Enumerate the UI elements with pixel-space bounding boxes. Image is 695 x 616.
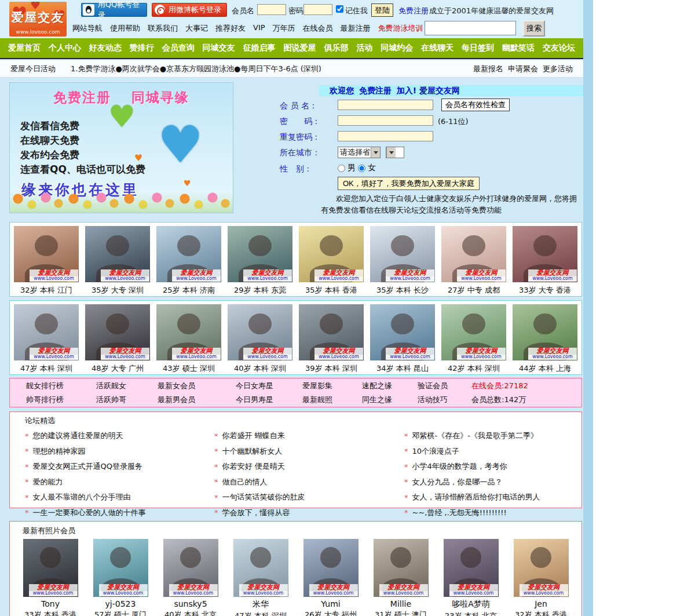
mainnav-daily-checkin[interactable]: 每日签到	[462, 43, 494, 53]
forum-link[interactable]: *一句话笑话笑破你的肚皮	[214, 490, 404, 505]
mainnav-forum[interactable]: 交友论坛	[543, 43, 575, 53]
mainnav-friend-feed[interactable]: 好友动态	[89, 43, 122, 53]
mainnav-online-chat[interactable]: 在线聊天	[421, 43, 453, 53]
forum-link[interactable]: *爱的能力	[25, 475, 214, 490]
member-card[interactable]: 爱屋交友网 www.Loveoo.com 35岁 大专 深圳	[85, 226, 150, 296]
member-card[interactable]: 爱屋交友网 www.Loveoo.com 27岁 中专 成都	[441, 226, 506, 296]
member-name[interactable]: 哆啦A梦萌	[438, 599, 503, 610]
username-input[interactable]	[257, 4, 286, 15]
member-photo[interactable]: 爱屋交友网 www.Loveoo.com	[14, 226, 79, 282]
member-photo[interactable]: 爱屋交友网 www.Loveoo.com	[228, 304, 292, 360]
beauty-ranking-link[interactable]: 靓女排行榜	[26, 381, 96, 391]
member-card[interactable]: 爱屋交友网 www.Loveoo.com sunsky5 40岁 本科 北京	[158, 539, 223, 616]
mainnav-like-ranking[interactable]: 赞排行	[130, 43, 154, 53]
member-name[interactable]: Tony	[18, 599, 83, 608]
mainnav-home[interactable]: 爱屋首页	[8, 43, 41, 53]
site-logo[interactable]: ♥ ♥ ♥ 爱屋交友 www.loveoo.com	[9, 2, 67, 37]
member-photo[interactable]: 爱屋交友网 www.Loveoo.com	[93, 539, 148, 597]
member-photo[interactable]: 爱屋交友网 www.Loveoo.com	[441, 304, 506, 360]
member-card[interactable]: 爱屋交友网 www.Loveoo.com Yumi 26岁 大专 福州	[298, 539, 363, 616]
mainnav-activities[interactable]: 活动	[356, 43, 372, 53]
member-photo[interactable]: 爱屋交友网 www.Loveoo.com	[374, 539, 429, 597]
nav-recommend[interactable]: 推荐好友	[215, 23, 246, 34]
city-select[interactable]	[386, 147, 404, 158]
member-photo[interactable]: 爱屋交友网 www.Loveoo.com	[156, 226, 221, 282]
same-birthday-link[interactable]: 同生之缘	[362, 395, 418, 405]
forum-link[interactable]: *做自己的情人	[214, 475, 404, 490]
member-name[interactable]: Millie	[368, 599, 433, 608]
member-card[interactable]: 爱屋交友网 www.Loveoo.com 39岁 本科 深圳	[299, 304, 364, 374]
promo-banner[interactable]: 免费注册 同城寻缘 ♥ ♥ ♥ ♥ 发信看信免费 在线聊天免费 发布约会免费 连…	[9, 82, 233, 213]
forum-link[interactable]: *学会放下，懂得从容	[214, 505, 404, 521]
member-photo[interactable]: 爱屋交友网 www.Loveoo.com	[444, 539, 499, 597]
nav-milestones[interactable]: 大事记	[185, 23, 208, 34]
dropdown-arrow-icon[interactable]	[371, 147, 380, 158]
register-submit-button[interactable]: OK，填好了，我要免费加入爱屋大家庭	[338, 177, 480, 190]
member-card[interactable]: 爱屋交友网 www.Loveoo.com 哆啦A梦萌 23岁 本科 北京	[438, 539, 503, 616]
quick-match-link[interactable]: 速配之缘	[362, 381, 418, 391]
forum-link[interactable]: *你若盛开 蝴蝶自来	[214, 428, 404, 444]
handsome-ranking-link[interactable]: 帅哥排行榜	[26, 395, 96, 405]
forum-link[interactable]: *你若安好 便是晴天	[214, 459, 404, 475]
newest-male-link[interactable]: 最新男会员	[158, 395, 236, 405]
member-photo[interactable]: 爱屋交友网 www.Loveoo.com	[299, 226, 364, 282]
member-card[interactable]: 爱屋交友网 www.Loveoo.com Tony 33岁 本科 香港	[18, 539, 83, 616]
mainnav-jokes[interactable]: 幽默笑话	[502, 43, 535, 53]
member-name[interactable]: yj-0523	[88, 599, 153, 608]
nav-vip[interactable]: VIP	[253, 23, 265, 34]
member-card[interactable]: 爱屋交友网 www.Loveoo.com 34岁 本科 昆山	[370, 304, 435, 374]
active-handsome-link[interactable]: 活跃帅哥	[96, 395, 158, 405]
qq-login-button[interactable]: 用QQ帐号登录	[81, 3, 147, 17]
weibo-login-button[interactable]: 用微博帐号登录	[152, 3, 227, 17]
member-card[interactable]: 爱屋交友网 www.Loveoo.com 33岁 大专 香港	[513, 226, 577, 296]
reg-password2-input[interactable]	[338, 131, 433, 141]
member-photo[interactable]: 爱屋交友网 www.Loveoo.com	[303, 539, 359, 597]
member-name[interactable]: 米华	[228, 599, 293, 610]
member-photo[interactable]: 爱屋交友网 www.Loveoo.com	[156, 304, 221, 360]
forum-link[interactable]: *小学4年级的数学题，考考你	[404, 459, 581, 475]
member-photo[interactable]: 爱屋交友网 www.Loveoo.com	[441, 226, 506, 282]
forum-link[interactable]: *女人，请珍惜醉酒后给你打电话的男人	[404, 490, 581, 505]
member-card[interactable]: 爱屋交友网 www.Loveoo.com 48岁 大专 广州	[85, 304, 150, 374]
member-photo[interactable]: 爱屋交友网 www.Loveoo.com	[228, 226, 292, 282]
mainnav-member-search[interactable]: 会员查询	[162, 43, 195, 53]
forum-link[interactable]: *爱屋交友网正式开通QQ登录服务	[25, 459, 214, 475]
mainnav-marriage-ads[interactable]: 征婚启事	[243, 43, 276, 53]
member-card[interactable]: 爱屋交友网 www.Loveoo.com 43岁 硕士 深圳	[156, 304, 221, 374]
register-header-link[interactable]: 免费注册	[359, 86, 392, 95]
member-card[interactable]: 爱屋交友网 www.Loveoo.com yj-0523 57岁 硕士 厦门	[88, 539, 153, 616]
free-register-link[interactable]: 免费注册	[398, 6, 429, 16]
member-card[interactable]: 爱屋交友网 www.Loveoo.com 35岁 本科 长沙	[370, 226, 435, 296]
search-button[interactable]: 搜索	[523, 20, 545, 37]
forum-link[interactable]: *10个浪漫点子	[404, 444, 581, 460]
forum-link[interactable]: *女人分九品，你是哪一品？	[404, 475, 581, 490]
newest-female-link[interactable]: 最新女会员	[158, 381, 236, 391]
latest-signup-link[interactable]: 最新报名	[473, 64, 503, 74]
forum-link[interactable]: *十个幽默解析女人	[214, 444, 404, 460]
forum-link[interactable]: *您的建议将通往爱屋的明天	[25, 428, 214, 444]
member-card[interactable]: 爱屋交友网 www.Loveoo.com 米华 47岁 本科 深圳	[228, 539, 293, 616]
nav-help[interactable]: 使用帮助	[110, 23, 140, 34]
mainnav-profile[interactable]: 个人中心	[49, 43, 81, 53]
activity-text[interactable]: 1.免费学游泳●两次就学会●京基东方颐园游泳池●每周日下午3-6点 (深圳)	[71, 64, 321, 74]
member-photo[interactable]: 爱屋交友网 www.Loveoo.com	[85, 226, 150, 282]
activity-tips-link[interactable]: 活动技巧	[418, 395, 471, 405]
nav-calendar[interactable]: 万年历	[273, 23, 295, 34]
member-card[interactable]: 爱屋交友网 www.Loveoo.com 29岁 本科 东莞	[228, 226, 292, 296]
member-card[interactable]: 爱屋交友网 www.Loveoo.com 44岁 本科 上海	[513, 304, 577, 374]
member-photo[interactable]: 爱屋交友网 www.Loveoo.com	[14, 304, 79, 360]
mainnav-local-dating[interactable]: 同城交友	[203, 43, 235, 53]
nav-sitemap[interactable]: 网站导航	[72, 23, 103, 34]
member-name[interactable]: sunsky5	[158, 599, 223, 608]
member-card[interactable]: 爱屋交友网 www.Loveoo.com Millie 31岁 硕士 澳门	[368, 539, 433, 616]
forum-link[interactable]: *~~,曾经 ,.无怨无悔!!!!!!!!!	[404, 505, 581, 521]
member-card[interactable]: 爱屋交友网 www.Loveoo.com Jen 32岁 本科 香港	[509, 539, 573, 616]
member-photo[interactable]: 爱屋交友网 www.Loveoo.com	[233, 539, 288, 597]
forum-link[interactable]: *一生一定要和心爱的人做的十件事	[25, 505, 214, 521]
member-card[interactable]: 爱屋交友网 www.Loveoo.com 47岁 本科 深圳	[14, 304, 79, 374]
password-input[interactable]	[303, 4, 332, 15]
forum-link[interactable]: *女人最不靠谱的八个分手理由	[25, 490, 214, 505]
reg-password-input[interactable]	[338, 115, 433, 126]
dropdown-arrow-icon[interactable]	[386, 147, 396, 158]
male-birthday-link[interactable]: 今日男寿星	[236, 395, 302, 405]
